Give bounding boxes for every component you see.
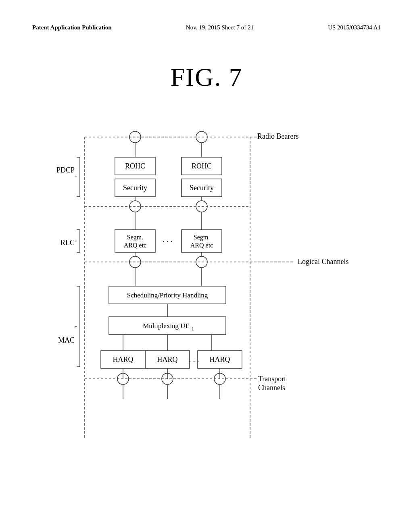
harq2-label: HARQ <box>157 355 177 364</box>
security2-label: Security <box>190 184 214 192</box>
dots1: . . . <box>163 235 173 244</box>
transport-channels-label2: Channels <box>258 384 285 392</box>
security1-label: Security <box>123 184 147 192</box>
transport-channels-label: Transport <box>258 375 286 383</box>
diagram: ROHC ROHC Security Security PDCP <box>48 125 363 455</box>
header-left: Patent Application Publication <box>32 24 112 31</box>
page: Patent Application Publication Nov. 19, … <box>0 0 413 532</box>
figure-title: FIG. 7 <box>0 62 413 92</box>
segm1-line1: Segm. <box>127 234 143 241</box>
svg-rect-19 <box>115 230 155 252</box>
scheduling-label: Scheduling/Priority Handling <box>127 291 208 299</box>
segm2-line1: Segm. <box>194 234 210 241</box>
harq3-label: HARQ <box>209 355 230 364</box>
logical-channels-label: Logical Channels <box>298 258 348 266</box>
segm1-line2: ARQ etc <box>124 242 146 249</box>
ue-subscript: 1 <box>192 326 194 332</box>
pdcp-label: PDCP <box>56 166 75 174</box>
header: Patent Application Publication Nov. 19, … <box>32 24 381 31</box>
header-right: US 2015/0334734 A1 <box>328 24 381 31</box>
radio-bearers-label: Radio Bearers <box>257 132 298 140</box>
multiplexing-label: Multiplexing UE <box>143 322 190 330</box>
segm2-line2: ARQ etc <box>190 242 213 249</box>
header-center: Nov. 19, 2015 Sheet 7 of 21 <box>186 24 254 31</box>
rohc1-label: ROHC <box>125 162 145 170</box>
diagram-svg: ROHC ROHC Security Security PDCP <box>48 125 363 455</box>
rlc-label: RLC <box>60 239 75 247</box>
harq1-label: HARQ <box>113 355 133 364</box>
mac-label: MAC <box>58 336 75 344</box>
rohc2-label: ROHC <box>192 162 212 170</box>
svg-rect-20 <box>181 230 222 252</box>
